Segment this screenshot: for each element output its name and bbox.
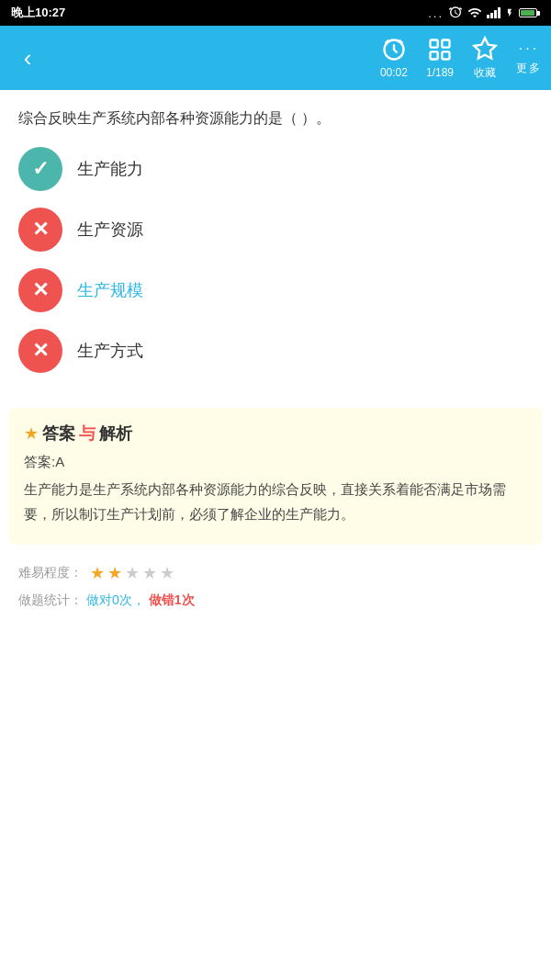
- star-icon: [472, 36, 498, 62]
- status-icons: ...: [428, 6, 540, 20]
- answer-title-an: 答案: [42, 422, 75, 445]
- answer-title-jiexi: 解析: [99, 422, 132, 445]
- star-3: ★: [125, 563, 140, 583]
- option-b-circle: ✕: [18, 208, 62, 252]
- timer-button[interactable]: 00:02: [380, 37, 408, 79]
- option-a-text: 生产能力: [77, 158, 143, 180]
- more-dots: ···: [519, 40, 539, 57]
- svg-rect-4: [442, 40, 449, 48]
- star-1: ★: [90, 563, 105, 583]
- cross-icon-d: ✕: [32, 339, 49, 363]
- star-2: ★: [107, 563, 122, 583]
- option-c[interactable]: ✕ 生产规模: [18, 268, 533, 312]
- svg-marker-7: [474, 38, 495, 58]
- progress-button[interactable]: 1/189: [426, 37, 454, 79]
- star-4: ★: [142, 563, 157, 583]
- dots-icon: ...: [428, 6, 444, 20]
- question-text: 综合反映生产系统内部各种资源能力的是（ ）。: [18, 110, 331, 126]
- collect-button[interactable]: 收藏: [472, 36, 498, 81]
- svg-rect-5: [430, 51, 437, 59]
- answer-key: 答案:A: [24, 454, 527, 471]
- option-d-circle: ✕: [18, 329, 62, 373]
- back-button[interactable]: ‹: [9, 44, 46, 73]
- option-b-text: 生产资源: [77, 219, 143, 241]
- stat-row: 做题统计： 做对0次， 做错1次: [18, 592, 533, 609]
- option-d[interactable]: ✕ 生产方式: [18, 329, 533, 373]
- collect-label: 收藏: [474, 65, 496, 81]
- svg-rect-3: [430, 40, 437, 48]
- battery-icon: [519, 8, 540, 17]
- option-d-text: 生产方式: [77, 340, 143, 362]
- stars-row: ★ ★ ★ ★ ★: [90, 563, 174, 583]
- star-5: ★: [160, 563, 174, 583]
- answer-title-yu: 与: [79, 422, 96, 445]
- top-nav: ‹ 00:02 1/189: [0, 26, 551, 90]
- difficulty-row: 难易程度： ★ ★ ★ ★ ★: [18, 563, 533, 583]
- option-b[interactable]: ✕ 生产资源: [18, 208, 533, 252]
- option-c-circle: ✕: [18, 268, 62, 312]
- option-c-text: 生产规模: [77, 279, 143, 301]
- svg-rect-6: [442, 51, 449, 59]
- alarm-icon: [448, 6, 463, 20]
- option-a-circle: ✓: [18, 147, 62, 191]
- signal-icon: [487, 7, 500, 18]
- answer-explanation: 生产能力是生产系统内部各种资源能力的综合反映，直接关系着能否满足市场需要，所以制…: [24, 477, 527, 526]
- wifi-icon: [467, 6, 482, 20]
- status-time: 晚上10:27: [11, 5, 65, 21]
- charging-icon: [505, 6, 514, 20]
- answer-star-icon: ★: [24, 423, 39, 444]
- answer-title: ★ 答案 与 解析: [24, 422, 527, 445]
- options-area: ✓ 生产能力 ✕ 生产资源 ✕ 生产规模 ✕ 生产方式: [0, 140, 551, 408]
- clock-icon: [381, 37, 407, 62]
- status-bar: 晚上10:27 ...: [0, 0, 551, 26]
- question-area: 综合反映生产系统内部各种资源能力的是（ ）。: [0, 90, 551, 140]
- more-button[interactable]: ··· 更多: [516, 40, 542, 76]
- cross-icon: ✕: [32, 218, 49, 242]
- correct-count: 做对0次，: [86, 592, 145, 609]
- nav-center: 00:02 1/189 收藏 ··· 更多: [380, 36, 542, 81]
- option-a[interactable]: ✓ 生产能力: [18, 147, 533, 191]
- wrong-count: 做错1次: [149, 592, 195, 609]
- grid-icon: [427, 37, 453, 62]
- progress-value: 1/189: [426, 66, 454, 79]
- stat-label: 做题统计：: [18, 592, 83, 609]
- more-label: 更多: [516, 61, 542, 76]
- stats-section: 难易程度： ★ ★ ★ ★ ★ 做题统计： 做对0次， 做错1次: [0, 545, 551, 618]
- answer-section: ★ 答案 与 解析 答案:A 生产能力是生产系统内部各种资源能力的综合反映，直接…: [9, 408, 542, 545]
- difficulty-label: 难易程度：: [18, 565, 83, 581]
- cross-icon-c: ✕: [32, 278, 49, 302]
- timer-value: 00:02: [380, 66, 408, 79]
- checkmark-icon: ✓: [32, 157, 49, 181]
